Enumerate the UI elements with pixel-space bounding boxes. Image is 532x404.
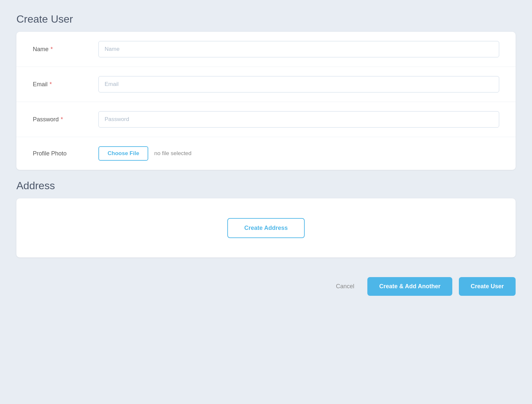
password-label: Password * xyxy=(33,116,98,123)
create-add-another-button[interactable]: Create & Add Another xyxy=(367,277,452,296)
email-required-star: * xyxy=(50,81,52,88)
footer-actions: Cancel Create & Add Another Create User xyxy=(16,271,516,302)
address-card: Create Address xyxy=(16,198,516,257)
name-row: Name * xyxy=(16,32,516,67)
address-section-title: Address xyxy=(16,180,516,192)
name-required-star: * xyxy=(51,46,53,53)
choose-file-button[interactable]: Choose File xyxy=(98,146,148,161)
password-required-star: * xyxy=(61,116,63,123)
name-label: Name * xyxy=(33,46,98,53)
no-file-text: no file selected xyxy=(154,150,191,157)
email-row: Email * xyxy=(16,67,516,102)
email-label: Email * xyxy=(33,81,98,88)
profile-photo-row: Profile Photo Choose File no file select… xyxy=(16,137,516,170)
create-address-button[interactable]: Create Address xyxy=(227,218,305,238)
file-input-wrapper: Choose File no file selected xyxy=(98,146,192,161)
profile-photo-label: Profile Photo xyxy=(33,150,98,157)
password-row: Password * xyxy=(16,102,516,137)
user-form-card: Name * Email * Password * Profile Photo … xyxy=(16,32,516,170)
cancel-button[interactable]: Cancel xyxy=(329,278,361,294)
page-title: Create User xyxy=(16,13,516,25)
password-input[interactable] xyxy=(98,111,499,128)
email-input[interactable] xyxy=(98,76,499,92)
create-user-button[interactable]: Create User xyxy=(459,277,516,296)
name-input[interactable] xyxy=(98,41,499,57)
